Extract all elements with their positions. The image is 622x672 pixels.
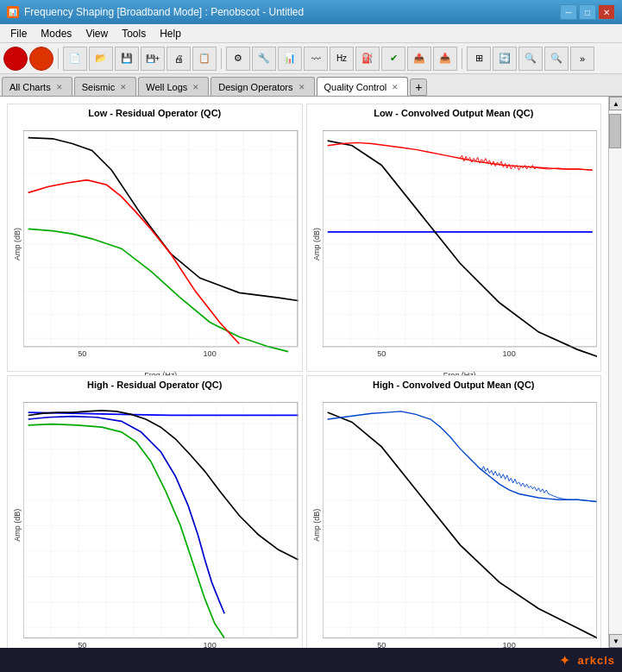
svg-text:100: 100 bbox=[502, 349, 515, 358]
svg-text:100: 100 bbox=[502, 641, 515, 648]
toolbar-zoom-out-button[interactable]: 🔍 bbox=[544, 47, 569, 71]
toolbar-filter-button[interactable]: 🔧 bbox=[252, 47, 276, 71]
toolbar-refresh-button[interactable]: 🔄 bbox=[493, 47, 517, 71]
menu-bar: File Modes View Tools Help bbox=[0, 24, 622, 43]
brand-star-icon: ✦ bbox=[559, 652, 570, 669]
tab-design-operators-label: Design Operators bbox=[218, 82, 292, 92]
chart-high-residual-title: High - Residual Operator (QC) bbox=[87, 380, 222, 390]
toolbar-save-button[interactable]: 💾 bbox=[115, 47, 139, 71]
chart-low-residual: Low - Residual Operator (QC) Amp (dB) bbox=[7, 104, 303, 372]
svg-text:50: 50 bbox=[78, 349, 86, 358]
menu-modes[interactable]: Modes bbox=[34, 26, 79, 41]
toolbar-grid-button[interactable]: ⊞ bbox=[467, 47, 491, 71]
chart-high-convolved-svg-wrapper[interactable]: 0 -50 -100 -150 50 100 bbox=[323, 392, 598, 648]
toolbar-wave-button[interactable]: 〰 bbox=[304, 47, 328, 71]
chart-low-residual-ylabel: Amp (dB) bbox=[11, 120, 23, 367]
tab-design-operators[interactable]: Design Operators ✕ bbox=[210, 77, 314, 96]
menu-help[interactable]: Help bbox=[153, 26, 188, 41]
toolbar-search-button[interactable]: 🔍 bbox=[518, 47, 543, 71]
toolbar-new-button[interactable]: 📄 bbox=[63, 47, 87, 71]
chart-low-residual-title: Low - Residual Operator (QC) bbox=[88, 108, 221, 118]
svg-text:100: 100 bbox=[204, 349, 217, 358]
chart-high-residual: High - Residual Operator (QC) Amp (dB) bbox=[7, 375, 303, 648]
close-button[interactable]: ✕ bbox=[598, 4, 615, 20]
tab-quality-control-close[interactable]: ✕ bbox=[390, 83, 400, 91]
chart-low-residual-container: Amp (dB) bbox=[11, 120, 298, 367]
toolbar-sep-1 bbox=[58, 48, 59, 69]
tab-well-logs-label: Well Logs bbox=[146, 82, 187, 92]
tab-all-charts[interactable]: All Charts ✕ bbox=[2, 77, 72, 96]
tab-seismic-close[interactable]: ✕ bbox=[118, 83, 129, 91]
tab-well-logs-close[interactable]: ✕ bbox=[191, 83, 201, 91]
toolbar-sep-3 bbox=[462, 48, 462, 69]
toolbar-open-button[interactable]: 📂 bbox=[89, 47, 113, 71]
chart-low-convolved-svg: 100 50 0 -50 -100 50 100 bbox=[323, 120, 598, 367]
status-bar: ✦ arkcls bbox=[0, 648, 622, 672]
svg-text:50: 50 bbox=[78, 641, 86, 648]
chart-low-convolved-title: Low - Convolved Output Mean (QC) bbox=[374, 108, 533, 118]
minimize-button[interactable]: ─ bbox=[560, 4, 577, 20]
tab-seismic[interactable]: Seismic ✕ bbox=[74, 77, 137, 96]
main-content: Low - Residual Operator (QC) Amp (dB) bbox=[0, 97, 622, 648]
tab-well-logs[interactable]: Well Logs ✕ bbox=[138, 77, 209, 96]
toolbar-export-button[interactable]: 📤 bbox=[407, 47, 431, 71]
toolbar-saveas-button[interactable]: 💾+ bbox=[141, 47, 165, 71]
toolbar-record-button[interactable] bbox=[3, 47, 28, 71]
toolbar: 📄 📂 💾 💾+ 🖨 📋 ⚙ 🔧 📊 〰 Hz ⛽ ✔ 📤 📥 ⊞ 🔄 🔍 🔍 … bbox=[0, 43, 622, 74]
scroll-track[interactable] bbox=[609, 110, 622, 634]
chart-low-convolved-container: Amp (dB) 100 50 0 bbox=[311, 120, 598, 367]
window-controls: ─ □ ✕ bbox=[560, 4, 615, 20]
toolbar-well-button[interactable]: ⛽ bbox=[355, 47, 380, 71]
chart-high-convolved-svg: 0 -50 -100 -150 50 100 bbox=[323, 392, 598, 648]
svg-rect-1 bbox=[23, 131, 298, 347]
svg-text:50: 50 bbox=[377, 641, 386, 648]
chart-high-convolved: High - Convolved Output Mean (QC) Amp (d… bbox=[306, 375, 602, 648]
chart-low-convolved-svg-wrapper[interactable]: 100 50 0 -50 -100 50 100 bbox=[323, 120, 598, 367]
svg-rect-22 bbox=[23, 403, 298, 638]
app-icon: 📊 bbox=[7, 6, 19, 18]
menu-tools[interactable]: Tools bbox=[115, 26, 153, 41]
scroll-thumb[interactable] bbox=[609, 114, 621, 148]
tab-all-charts-close[interactable]: ✕ bbox=[54, 83, 65, 91]
chart-high-residual-svg: 0 -50 -100 -150 50 100 bbox=[23, 392, 298, 648]
chart-low-convolved-ylabel: Amp (dB) bbox=[311, 120, 323, 367]
toolbar-import-button[interactable]: 📥 bbox=[433, 47, 457, 71]
tab-design-operators-close[interactable]: ✕ bbox=[297, 83, 307, 91]
tab-bar: All Charts ✕ Seismic ✕ Well Logs ✕ Desig… bbox=[0, 74, 622, 97]
chart-high-residual-container: Amp (dB) 0 -50 -100 bbox=[11, 392, 298, 648]
chart-area: Low - Residual Operator (QC) Amp (dB) bbox=[0, 97, 608, 648]
toolbar-print-button[interactable]: 🖨 bbox=[166, 47, 191, 71]
tab-seismic-label: Seismic bbox=[82, 82, 116, 92]
tab-quality-control[interactable]: Quality Control ✕ bbox=[317, 77, 409, 96]
toolbar-copy-button[interactable]: 📋 bbox=[192, 47, 217, 71]
chart-high-convolved-container: Amp (dB) 0 -50 -100 bbox=[311, 392, 598, 648]
scroll-up-button[interactable]: ▲ bbox=[609, 97, 622, 110]
svg-text:50: 50 bbox=[377, 349, 386, 358]
toolbar-more-button[interactable]: » bbox=[570, 47, 594, 71]
maximize-button[interactable]: □ bbox=[579, 4, 596, 20]
toolbar-settings-button[interactable]: ⚙ bbox=[226, 47, 250, 71]
tab-quality-control-label: Quality Control bbox=[324, 82, 387, 92]
brand-logo: arkcls bbox=[577, 654, 615, 667]
tab-add-button[interactable]: + bbox=[410, 79, 427, 96]
vertical-scrollbar[interactable]: ▲ ▼ bbox=[608, 97, 622, 648]
toolbar-check-button[interactable]: ✔ bbox=[381, 47, 405, 71]
svg-text:100: 100 bbox=[204, 641, 217, 648]
chart-low-residual-svg: 100 50 0 -50 -100 50 100 bbox=[23, 120, 298, 367]
chart-high-convolved-title: High - Convolved Output Mean (QC) bbox=[373, 380, 535, 390]
menu-view[interactable]: View bbox=[79, 26, 115, 41]
toolbar-freq-button[interactable]: Hz bbox=[330, 47, 354, 71]
chart-low-residual-svg-wrapper[interactable]: 100 50 0 -50 -100 50 100 bbox=[23, 120, 298, 367]
toolbar-chart-button[interactable]: 📊 bbox=[278, 47, 302, 71]
svg-rect-31 bbox=[323, 403, 598, 638]
chart-high-residual-ylabel: Amp (dB) bbox=[11, 392, 23, 648]
window-title: Frequency Shaping [Broadband Mode] : Pen… bbox=[24, 6, 304, 18]
scroll-down-button[interactable]: ▼ bbox=[609, 634, 622, 648]
chart-high-residual-svg-wrapper[interactable]: 0 -50 -100 -150 50 100 bbox=[23, 392, 298, 648]
chart-high-convolved-ylabel: Amp (dB) bbox=[311, 392, 323, 648]
tab-all-charts-label: All Charts bbox=[9, 82, 51, 92]
title-bar: 📊 Frequency Shaping [Broadband Mode] : P… bbox=[0, 0, 622, 24]
menu-file[interactable]: File bbox=[3, 26, 34, 41]
toolbar-stop-button[interactable] bbox=[29, 47, 53, 71]
svg-rect-11 bbox=[323, 131, 598, 347]
